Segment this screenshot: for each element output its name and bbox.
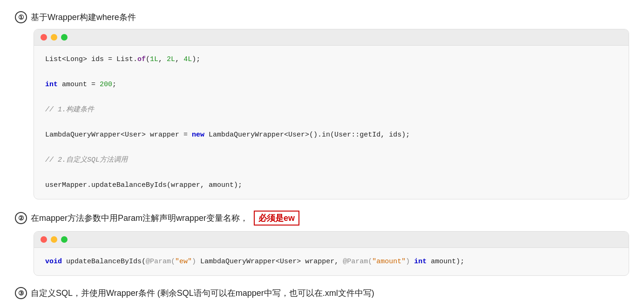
section-2-title: ② 在mapper方法参数中用Param注解声明wrapper变量名称， 必须是… — [15, 211, 629, 226]
section-2: ② 在mapper方法参数中用Param注解声明wrapper变量名称， 必须是… — [15, 211, 629, 276]
code-line: // 1.构建条件 — [45, 103, 617, 116]
section-2-text: 在mapper方法参数中用Param注解声明wrapper变量名称， — [31, 212, 248, 224]
section-1-text: 基于Wrapper构建where条件 — [31, 12, 136, 23]
traffic-lights-1 — [34, 29, 629, 46]
red-dot-1 — [41, 34, 47, 41]
section-1-title: ① 基于Wrapper构建where条件 — [15, 11, 629, 23]
code-line: userMapper.updateBalanceByIds(wrapper, a… — [45, 179, 617, 192]
red-dot-2 — [41, 236, 47, 243]
section-2-number: ② — [15, 212, 27, 224]
code-line: void updateBalanceByIds(@Param("ew") Lam… — [45, 255, 617, 268]
section-3: ③ 自定义SQL，并使用Wrapper条件 (剩余SQL语句可以在mapper中… — [15, 287, 629, 301]
yellow-dot-1 — [51, 34, 57, 41]
section-1: ① 基于Wrapper构建where条件 List<Long> ids = Li… — [15, 11, 629, 199]
traffic-lights-2 — [34, 232, 629, 248]
section-2-code-window: void updateBalanceByIds(@Param("ew") Lam… — [34, 231, 629, 276]
green-dot-1 — [61, 34, 68, 41]
code-line: List<Long> ids = List.of(1L, 2L, 4L); — [45, 53, 617, 66]
section-1-code-window: List<Long> ids = List.of(1L, 2L, 4L); in… — [34, 29, 629, 199]
section-2-code: void updateBalanceByIds(@Param("ew") Lam… — [34, 248, 629, 275]
code-line: LambdaQueryWrapper<User> wrapper = new L… — [45, 129, 617, 141]
section-1-number: ① — [15, 11, 27, 23]
section-3-number: ③ — [15, 287, 27, 299]
section-3-text: 自定义SQL，并使用Wrapper条件 (剩余SQL语句可以在mapper中写，… — [31, 287, 374, 299]
section-2-highlight: 必须是ew — [254, 211, 299, 226]
yellow-dot-2 — [51, 236, 57, 243]
code-line: int amount = 200; — [45, 78, 617, 91]
green-dot-2 — [61, 236, 68, 243]
section-1-code: List<Long> ids = List.of(1L, 2L, 4L); in… — [34, 46, 629, 199]
code-line: // 2.自定义SQL方法调用 — [45, 154, 617, 166]
section-3-title: ③ 自定义SQL，并使用Wrapper条件 (剩余SQL语句可以在mapper中… — [15, 287, 629, 299]
page-content: ① 基于Wrapper构建where条件 List<Long> ids = Li… — [15, 11, 629, 301]
